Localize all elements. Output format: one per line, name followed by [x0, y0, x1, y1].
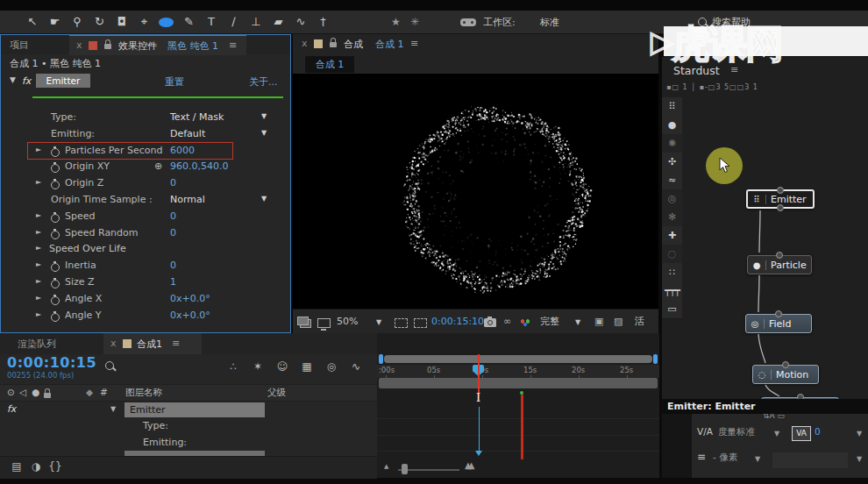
search-icon[interactable] — [698, 18, 707, 26]
zoom-out-icon[interactable]: ▲ — [384, 463, 388, 470]
reset-link[interactable]: 重置 — [165, 75, 184, 91]
property-value[interactable]: 960.0,540.0 — [170, 160, 228, 172]
effect-property-row[interactable]: ► Angle Y ⊕ 0x+0.0° ▼ — [1, 308, 290, 324]
stardust-node-graph[interactable]: ⠿ Emitter ● Particle ◎ Field ◌ Motion — [682, 97, 868, 399]
timeline-toolbar-icon[interactable]: ∴ — [224, 358, 242, 375]
expand-arrow-icon[interactable]: ► — [36, 244, 41, 252]
zoom-in-icon[interactable]: ▲▲ — [465, 460, 471, 470]
dropdown-icon[interactable]: ▼ — [261, 129, 267, 137]
workspace-value[interactable]: 标准 — [540, 11, 559, 34]
property-value[interactable]: 6000 — [170, 145, 195, 156]
pattern-icon[interactable]: ✳ — [410, 11, 419, 34]
effect-property-row[interactable]: ► Origin XY ⊕ 960.0,540.0 ▼ — [1, 159, 290, 174]
timeline-track-area[interactable]: :00s 05s 10s 15s 20s 25s 30 I ▲ — [377, 333, 659, 478]
toolbar-tool[interactable] — [157, 12, 176, 32]
transparency-grid-icon[interactable]: ▨ — [614, 310, 623, 334]
work-area-bar[interactable] — [379, 378, 658, 388]
effect-property-row[interactable]: ► Speed ⊕ 0 ▼ — [1, 209, 290, 224]
timeline-toggle-button[interactable]: {} — [47, 459, 63, 474]
stardust-tool-button[interactable]: ● — [662, 116, 682, 135]
show-snapshot-icon[interactable]: ∞ — [503, 310, 511, 334]
effect-name-chip[interactable]: Emitter — [36, 74, 90, 88]
timeline-toolbar-icon[interactable]: ✶ — [249, 358, 267, 375]
tab-effect-controls[interactable]: x 效果控件 黑色 纯色 1 ≡ — [69, 35, 246, 55]
expand-arrow-icon[interactable]: ► — [36, 146, 41, 153]
stardust-tool-button[interactable]: ✣ — [662, 153, 682, 172]
toolbar-tool[interactable]: ☛ — [46, 12, 65, 32]
toolbar-tool[interactable]: ⚲ — [68, 12, 87, 32]
lock-icon[interactable] — [330, 42, 337, 47]
toolbar-tool[interactable]: ✎ — [180, 12, 199, 32]
time-navigator-bar[interactable] — [384, 355, 652, 363]
layer-name-selected[interactable]: Emitter — [125, 402, 265, 417]
stopwatch-icon[interactable] — [51, 164, 60, 173]
toolbar-tool[interactable]: ∕ — [224, 12, 244, 32]
always-preview-icon[interactable] — [300, 319, 311, 328]
effect-property-row[interactable]: ► Size Z ⊕ 1 ▼ — [1, 274, 290, 290]
effect-property-row[interactable]: ► Emitting: ⊕ Default ▼ — [1, 126, 290, 142]
timeline-toolbar-icon[interactable]: ▦ — [298, 358, 316, 375]
unit-dropdown-icon[interactable]: ▼ — [755, 455, 760, 463]
toolbar-tool[interactable]: ⊥ — [246, 12, 266, 32]
dropdown-icon[interactable]: ▼ — [261, 195, 267, 203]
property-row[interactable]: Type: — [0, 418, 377, 435]
panel-menu-icon[interactable]: ≡ — [410, 38, 418, 49]
zoom-slider-knob[interactable] — [402, 464, 408, 474]
audio-icon[interactable]: ◁ — [19, 387, 26, 397]
metrics-value[interactable]: 度量标准 — [718, 426, 755, 438]
parent-column[interactable]: 父级 — [267, 387, 286, 399]
star-icon[interactable]: ★ — [391, 11, 401, 34]
timeline-toolbar-icon[interactable]: ∿ — [347, 358, 365, 375]
toolbar-tool[interactable]: † — [314, 12, 333, 32]
navigator-end-handle[interactable] — [653, 354, 658, 364]
solo-icon[interactable]: ● — [32, 387, 39, 397]
tab-timeline-comp[interactable]: x 合成1 ≡ — [103, 333, 202, 354]
expand-arrow-icon[interactable]: ► — [36, 260, 41, 268]
effect-property-row[interactable]: ► Origin Z ⊕ 0 ▼ — [1, 175, 290, 191]
label-column-icon[interactable]: ◆ — [86, 387, 93, 397]
stardust-tool-button[interactable]: ✻ — [662, 208, 682, 227]
target-region-icon[interactable]: ▣ — [594, 310, 603, 334]
property-value[interactable]: 0 — [170, 260, 176, 271]
effect-property-row[interactable]: ► Origin Time Sample : ⊕ Normal ▼ — [1, 192, 290, 208]
toolbar-tool[interactable]: T — [202, 12, 221, 32]
channel-icon[interactable] — [519, 318, 532, 327]
about-link[interactable]: 关于... — [249, 75, 278, 91]
stopwatch-icon[interactable] — [51, 231, 60, 239]
property-value[interactable]: 0x+0.0° — [170, 310, 210, 321]
expand-arrow-icon[interactable]: ► — [36, 178, 41, 186]
stardust-tool-button[interactable]: ◎ — [662, 189, 682, 209]
time-ruler[interactable]: :00s 05s 10s 15s 20s 25s 30 — [377, 365, 659, 379]
stopwatch-icon[interactable] — [51, 181, 60, 189]
resolution-dropdown-icon[interactable]: ▼ — [575, 310, 580, 335]
panel-menu-icon[interactable]: ≡ — [229, 39, 237, 51]
zoom-level[interactable]: 50% — [337, 310, 358, 334]
current-time-display[interactable]: 0:00:10:15 — [7, 354, 96, 371]
stopwatch-icon[interactable] — [51, 148, 60, 157]
timeline-toolbar-icon[interactable]: ◎ — [323, 358, 340, 375]
effect-property-row[interactable]: ► Type: ⊕ Text / Mask ▼ — [1, 110, 290, 125]
close-icon[interactable]: x — [76, 39, 82, 51]
viewer-timecode[interactable]: 0:00:15:10 — [431, 310, 484, 334]
effect-property-row[interactable]: ► Inertia ⊕ 0 ▼ — [1, 258, 290, 274]
toolbar-tool[interactable]: ↖ — [23, 12, 42, 32]
fx-badge[interactable]: fx — [22, 75, 31, 91]
crosshair-icon[interactable]: ⊕ — [154, 160, 162, 172]
stardust-menu-icon[interactable]: ≡ — [730, 64, 738, 75]
stopwatch-icon[interactable] — [51, 280, 60, 288]
timeline-toggle-button[interactable]: ◑ — [28, 459, 44, 474]
expand-arrow-icon[interactable]: ► — [36, 211, 41, 219]
fx-badge[interactable]: fx — [7, 403, 16, 415]
toolbar-tool[interactable]: ◘ — [112, 12, 132, 32]
snapshot-icon[interactable] — [484, 318, 496, 327]
collapse-icon[interactable]: ▼ — [110, 405, 116, 413]
property-value[interactable]: Text / Mask — [170, 111, 224, 123]
composition-viewport[interactable] — [293, 74, 658, 309]
toolbar-tool[interactable]: ▰ — [269, 12, 288, 32]
stardust-tool-button[interactable]: ✺ — [662, 134, 682, 153]
stopwatch-icon[interactable] — [51, 263, 60, 272]
effect-property-row[interactable]: ► Speed Over Life ⊕ ▼ — [1, 241, 290, 257]
property-value[interactable]: Default — [170, 128, 205, 139]
comp-viewer-subtab[interactable]: 合成 1 — [305, 56, 354, 73]
effect-property-row[interactable]: ► Angle X ⊕ 0x+0.0° ▼ — [1, 291, 290, 307]
